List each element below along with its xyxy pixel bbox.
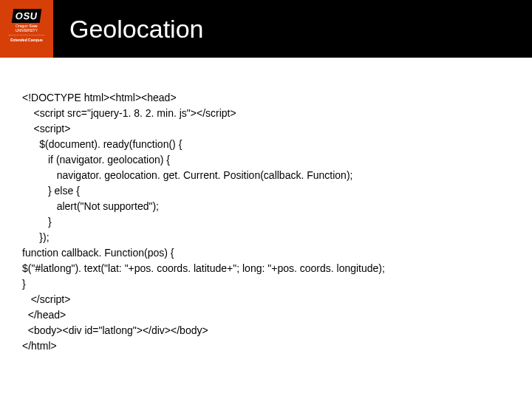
code-line: function callback. Function(pos) { (22, 247, 174, 259)
header: OSU Oregon StateUNIVERSITY Extended Camp… (0, 0, 532, 58)
logo-subtitle: Oregon StateUNIVERSITY (16, 24, 38, 33)
code-line: } else { (22, 185, 80, 197)
logo-divider (9, 35, 44, 35)
code-line: </script> (22, 293, 70, 305)
logo-main-text: OSU (12, 9, 41, 23)
code-line: } (22, 216, 52, 228)
code-line: <script src="jquery-1. 8. 2. min. js"></… (22, 107, 236, 119)
code-line: <script> (22, 123, 70, 134)
osu-logo: OSU Oregon StateUNIVERSITY Extended Camp… (0, 0, 53, 58)
code-line: navigator. geolocation. get. Current. Po… (22, 169, 352, 181)
code-line: <body><div id="latlong"></div></body> (22, 324, 208, 336)
code-block: <!DOCTYPE html><html><head> <script src=… (22, 90, 510, 354)
code-line: <!DOCTYPE html><html><head> (22, 92, 177, 103)
code-line: $("#latlong"). text("lat: "+pos. coords.… (22, 262, 385, 274)
code-line: if (navigator. geolocation) { (22, 154, 170, 166)
code-line: alert("Not supported"); (22, 200, 159, 212)
code-line: </head> (22, 309, 66, 321)
code-line: } (22, 278, 26, 290)
code-line: </html> (22, 340, 57, 352)
logo-extended: Extended Campus (10, 38, 43, 42)
code-line: }); (22, 231, 50, 243)
page-title: Geolocation (69, 15, 203, 44)
content-area: <!DOCTYPE html><html><head> <script src=… (0, 58, 532, 354)
code-line: $(document). ready(function() { (22, 138, 182, 150)
